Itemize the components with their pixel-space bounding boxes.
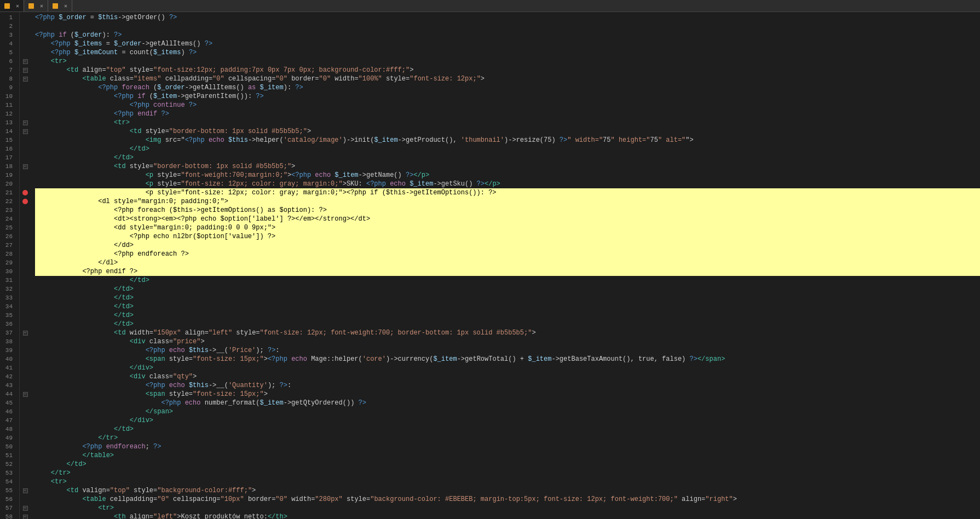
code-line: <div class="price"> bbox=[35, 337, 980, 346]
line-number: 38 bbox=[0, 337, 15, 346]
code-line: <td align="top" style="font-size:12px; p… bbox=[35, 66, 980, 74]
code-line: </td> bbox=[35, 285, 980, 293]
fold-icon[interactable]: − bbox=[20, 66, 31, 74]
fold-icon[interactable]: − bbox=[20, 390, 31, 399]
fold-icon[interactable]: − bbox=[20, 162, 31, 171]
tab-default[interactable]: ✕ bbox=[48, 0, 72, 11]
fold-icon[interactable]: − bbox=[20, 486, 31, 495]
gutter-empty bbox=[20, 469, 31, 477]
gutter-empty bbox=[20, 311, 31, 320]
fold-icon[interactable]: − bbox=[20, 328, 31, 337]
tab-items2[interactable]: ✕ bbox=[0, 0, 24, 11]
close-icon[interactable]: ✕ bbox=[40, 3, 43, 9]
line-numbers: 1234567891011121314151617181920212223242… bbox=[0, 12, 20, 519]
code-line: <img src="<?php echo $this->helper('cata… bbox=[35, 136, 980, 145]
gutter-empty bbox=[20, 109, 31, 118]
line-number: 58 bbox=[0, 512, 15, 519]
code-line: </tr> bbox=[35, 469, 980, 477]
file-icon bbox=[4, 3, 10, 9]
code-line: <p style="font-weight:700;margin:0;"><?p… bbox=[35, 171, 980, 180]
line-number: 4 bbox=[0, 39, 15, 48]
line-number: 36 bbox=[0, 320, 15, 328]
line-number: 13 bbox=[0, 118, 15, 127]
code-line: <table class="items" cellpadding="0" cel… bbox=[35, 74, 980, 83]
fold-icon[interactable]: − bbox=[20, 127, 31, 136]
line-number: 12 bbox=[0, 109, 15, 118]
gutter-empty bbox=[20, 276, 31, 285]
code-line: </table> bbox=[35, 451, 980, 460]
tab-bar: ✕ ✕ ✕ bbox=[0, 0, 980, 12]
line-number: 9 bbox=[0, 83, 15, 92]
line-number: 19 bbox=[0, 171, 15, 180]
breakpoint-icon[interactable] bbox=[20, 197, 31, 206]
fold-icon[interactable]: − bbox=[20, 118, 31, 127]
file-icon bbox=[28, 3, 34, 9]
code-line: <?php if ($_order): ?> bbox=[35, 31, 980, 39]
gutter-empty bbox=[20, 136, 31, 145]
line-number: 7 bbox=[0, 66, 15, 74]
gutter-empty bbox=[20, 153, 31, 162]
code-line: <?php if ($_item->getParentItem()): ?> bbox=[35, 92, 980, 101]
line-number: 44 bbox=[0, 390, 15, 399]
editor: 1234567891011121314151617181920212223242… bbox=[0, 12, 980, 519]
code-line: </td> bbox=[35, 460, 980, 469]
line-number: 35 bbox=[0, 311, 15, 320]
line-number: 43 bbox=[0, 381, 15, 390]
gutter-empty bbox=[20, 258, 31, 267]
fold-icon[interactable]: − bbox=[20, 74, 31, 83]
line-number: 40 bbox=[0, 355, 15, 364]
gutter-empty bbox=[20, 223, 31, 232]
line-number: 26 bbox=[0, 232, 15, 241]
gutter-empty bbox=[20, 285, 31, 293]
line-number: 54 bbox=[0, 477, 15, 486]
line-number: 25 bbox=[0, 223, 15, 232]
line-number: 42 bbox=[0, 372, 15, 381]
code-line: </td> bbox=[35, 311, 980, 320]
file-icon bbox=[53, 3, 58, 9]
code-line: </td> bbox=[35, 145, 980, 153]
line-number: 14 bbox=[0, 127, 15, 136]
code-line: <span style="font-size: 15px;"><?php ech… bbox=[35, 355, 980, 364]
line-number: 5 bbox=[0, 48, 15, 57]
breakpoint-icon[interactable] bbox=[20, 188, 31, 197]
fold-icon[interactable]: − bbox=[20, 57, 31, 66]
close-icon[interactable]: ✕ bbox=[16, 3, 19, 9]
gutter-empty bbox=[20, 232, 31, 241]
code-line: </td> bbox=[35, 425, 980, 434]
code-line: <?php foreach ($_order->getAllItems() as… bbox=[35, 83, 980, 92]
code-line: </td> bbox=[35, 293, 980, 302]
line-number: 18 bbox=[0, 162, 15, 171]
gutter-empty bbox=[20, 250, 31, 258]
code-line: <dl style="margin:0; padding:0;"> bbox=[35, 197, 980, 206]
code-line: <?php $_items = $_order->getAllItems() ?… bbox=[35, 39, 980, 48]
line-number: 3 bbox=[0, 31, 15, 39]
code-line: <?php foreach ($this->getItemOptions() a… bbox=[35, 206, 980, 215]
line-number: 21 bbox=[0, 188, 15, 197]
breakpoint-marker bbox=[22, 199, 28, 204]
tab-items[interactable]: ✕ bbox=[24, 0, 48, 11]
code-line: <td style="border-bottom: 1px solid #b5b… bbox=[35, 127, 980, 136]
code-line: <th align="left">Koszt produktów netto:<… bbox=[35, 512, 980, 519]
code-line: <?php echo nl2br($option['value']) ?> bbox=[35, 232, 980, 241]
line-number: 33 bbox=[0, 293, 15, 302]
code-area[interactable]: <?php $_order = $this->getOrder() ?><?ph… bbox=[31, 12, 980, 519]
close-icon[interactable]: ✕ bbox=[64, 3, 67, 9]
code-line: <p style="font-size: 12px; color: gray; … bbox=[35, 188, 980, 197]
gutter-empty bbox=[20, 381, 31, 390]
line-number: 47 bbox=[0, 416, 15, 425]
gutter-empty bbox=[20, 399, 31, 407]
gutter-empty bbox=[20, 101, 31, 109]
fold-icon[interactable]: − bbox=[20, 504, 31, 512]
line-number: 11 bbox=[0, 101, 15, 109]
code-line: </tr> bbox=[35, 434, 980, 442]
gutter-empty bbox=[20, 372, 31, 381]
breakpoint-marker bbox=[22, 190, 28, 195]
code-line: <dd style="margin:0; padding:0 0 0 9px;"… bbox=[35, 223, 980, 232]
line-number: 48 bbox=[0, 425, 15, 434]
code-line: <tr> bbox=[35, 477, 980, 486]
gutter-empty bbox=[20, 22, 31, 31]
line-number: 34 bbox=[0, 302, 15, 311]
code-line: <?php echo $this->__('Price'); ?>: bbox=[35, 346, 980, 355]
code-line: </div> bbox=[35, 416, 980, 425]
fold-icon[interactable]: − bbox=[20, 512, 31, 519]
